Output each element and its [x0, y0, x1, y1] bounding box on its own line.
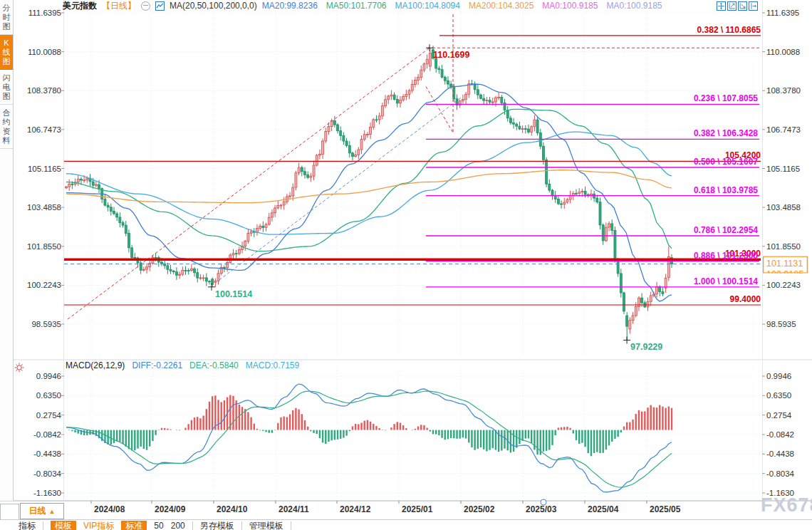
date-label: 2024/09 [155, 504, 186, 514]
cross-marker [623, 336, 630, 343]
sidebar-tab-2[interactable]: K线图 [0, 35, 13, 70]
price-axis-label: 101.8550 [27, 242, 61, 251]
macd-diff-line [66, 384, 672, 492]
price-annotation: 97.9229 [630, 342, 662, 352]
pan-right-icon[interactable] [749, 1, 758, 11]
fib-label: 0.618 \ 103.9785 [694, 185, 758, 195]
ma-value-3: MA100:104.8094 [395, 1, 460, 11]
line-chart-icon[interactable] [155, 1, 165, 11]
footer-divider [192, 521, 193, 530]
date-label: 2025/02 [464, 504, 495, 514]
price-axis-label: 98.5935 [31, 320, 61, 328]
period-selector[interactable]: 日线 ▲ [20, 503, 64, 519]
date-label: 2025/04 [588, 504, 619, 514]
peak-drop-line [426, 86, 453, 132]
date-label: 2024/12 [340, 504, 371, 514]
trading-app-window: 111.6395111.6395110.0088110.0088108.3780… [0, 0, 812, 530]
macd-value-3: MACD:0.7159 [246, 360, 299, 370]
price-axis-label: 100.2243 [766, 281, 801, 289]
macd-axis-label: 0.6350 [766, 391, 791, 400]
fib-label: 0.382 \ 106.3428 [694, 128, 758, 138]
price-axis-label: 101.8550 [766, 242, 801, 251]
macd-value-2: DEA:-0.5840 [189, 360, 239, 370]
fib-label: 0.786 \ 102.2954 [694, 225, 758, 235]
macd-axis-label: 0.2754 [36, 411, 62, 420]
support-trendline [219, 98, 462, 280]
scroll-marker-icon [541, 499, 546, 505]
rising-trendline [68, 48, 430, 319]
macd-value-1: DIFF:-0.2261 [132, 360, 182, 370]
chart-canvas[interactable]: 111.6395111.6395110.0088110.0088108.3780… [0, 0, 812, 530]
macd-axis-label: -0.4438 [33, 450, 61, 458]
footer-item-2[interactable]: 模板 [51, 521, 76, 530]
macd-axis-label: -0.4438 [766, 450, 794, 458]
price-axis-label: 111.6395 [28, 9, 61, 17]
collapse-indicator-icon[interactable] [141, 1, 150, 11]
macd-histogram [68, 395, 672, 457]
watermark: FX678 [761, 494, 812, 516]
red-level-label: 99.4000 [730, 294, 761, 304]
date-label: 2025/05 [650, 504, 681, 514]
footer-item-6[interactable]: 200 [171, 521, 185, 530]
ma100-line [66, 132, 672, 234]
price-axis-label: 105.1165 [28, 165, 61, 173]
macd-header: MACD(26,12,9) DIFF:-0.2261DEA:-0.5840MAC… [66, 360, 299, 370]
date-axis: 2024/082024/092024/102024/112024/122025/… [91, 499, 681, 514]
chart-header: 美元指数 【日线】 MA(20,50,100,200,0,0) MA20:99.… [63, 0, 662, 11]
sidebar-tab-4[interactable]: 合约资料 [0, 105, 13, 149]
symbol-name: 美元指数 [63, 0, 97, 12]
fit-vertical-axis-icon[interactable] [727, 1, 736, 11]
footer-item-3[interactable]: VIP指标 [83, 521, 114, 530]
fit-horizontal-axis-icon[interactable] [738, 1, 747, 11]
ma-value-5: MA0:100.9185 [542, 1, 598, 11]
macd-axis-label: -0.8034 [33, 469, 62, 478]
macd-axis-label: -1.1630 [33, 489, 61, 497]
chevron-up-icon: ▲ [49, 508, 56, 515]
ma50-line [66, 109, 672, 251]
fib-label: 0.886 \ 101.2300 [694, 251, 758, 261]
footer-divider [241, 521, 242, 530]
macd-axis-label: -0.0842 [766, 430, 794, 439]
axis-labels: 111.6395111.6395110.0088110.0088108.3780… [27, 9, 801, 497]
date-label: 2025/03 [526, 504, 557, 514]
period-tag: 【日线】 [102, 0, 136, 12]
footer-item-7[interactable]: 另存模板 [200, 521, 234, 530]
macd-settings-label: MACD(26,12,9) [66, 360, 125, 370]
footer-item-5[interactable]: 50 [154, 521, 163, 530]
secondary-price-value: 100.9185 [766, 269, 803, 279]
price-annotation: 110.1699 [433, 50, 469, 60]
fib-label: 0.236 \ 107.8055 [694, 93, 758, 103]
trendlines [68, 14, 761, 319]
macd-axis-label: 0.2754 [766, 411, 792, 420]
footer-divider [291, 521, 291, 530]
red-levels: 0.382 \ 110.6865105.4200101.300099.4000 [64, 25, 761, 305]
ma-legend: MA20:99.8236MA50:101.7706MA100:104.8094M… [262, 1, 662, 11]
macd-axis-label: -0.8034 [766, 469, 795, 478]
price-axis-label: 98.5935 [766, 320, 796, 328]
move-icon[interactable] [717, 1, 726, 11]
footer-item-8[interactable]: 管理模板 [249, 521, 283, 530]
price-axis-label: 111.6395 [766, 9, 799, 17]
macd-axis-label: 0.6350 [36, 391, 61, 400]
left-sidebar: 分时图K线图闪电图合约资料 [0, 0, 14, 501]
sidebar-tab-1[interactable]: 分时图 [0, 0, 13, 35]
fib-levels: 0.236 \ 107.80550.382 \ 106.34280.500 \ … [426, 93, 759, 286]
period-selector-label: 日线 [29, 505, 46, 517]
ma-settings-label: MA(20,50,100,200,0,0) [170, 1, 257, 11]
last-price-tag: 101.1131100.9185 [764, 256, 808, 279]
footer-item-1[interactable]: 指标 [19, 521, 36, 530]
price-annotation: 100.1514 [215, 289, 252, 299]
fib-label: 0.500 \ 105.1607 [694, 157, 758, 167]
footer-item-4[interactable]: 标准 [121, 521, 147, 530]
price-axis-label: 110.0088 [28, 48, 61, 56]
sidebar-tab-3[interactable]: 闪电图 [0, 70, 13, 105]
footer-corner-box [0, 504, 19, 520]
date-label: 2024/08 [94, 504, 125, 514]
price-axis-label: 100.2243 [27, 281, 61, 289]
red-level-label: 0.382 \ 110.6865 [697, 25, 761, 35]
indicator-settings-icon[interactable] [15, 363, 24, 373]
date-label: 2024/10 [217, 504, 248, 514]
last-price-value: 101.1131 [766, 259, 803, 269]
price-axis-label: 108.3780 [766, 86, 801, 95]
price-axis-label: 103.4858 [766, 203, 801, 212]
